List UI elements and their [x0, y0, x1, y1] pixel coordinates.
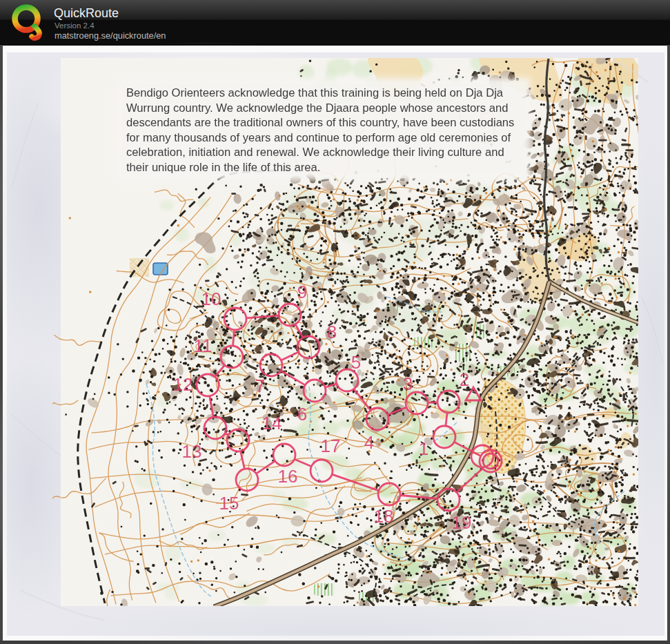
svg-text:15: 15 [219, 493, 239, 514]
svg-text:celebration, initiation and re: celebration, initiation and renewal. We … [126, 146, 504, 159]
svg-text:13: 13 [182, 441, 202, 462]
svg-text:11: 11 [194, 335, 213, 356]
svg-text:10: 10 [201, 289, 221, 309]
svg-text:9: 9 [297, 282, 307, 302]
svg-text:5: 5 [351, 352, 361, 373]
svg-text:Bendigo Orienteers acknowledge: Bendigo Orienteers acknowledge that this… [126, 86, 504, 99]
svg-text:6: 6 [297, 404, 307, 425]
svg-text:QuickRoute: QuickRoute [54, 6, 119, 20]
svg-text:4: 4 [364, 432, 374, 453]
svg-text:18: 18 [374, 506, 394, 527]
svg-text:3: 3 [403, 373, 413, 394]
svg-text:their unique role in the life: their unique role in the life of this ar… [126, 161, 320, 174]
svg-text:17: 17 [321, 436, 341, 456]
svg-text:descendants are the traditiona: descendants are the traditional owners o… [126, 116, 514, 129]
svg-text:matstroeng.se/quickroute/en: matstroeng.se/quickroute/en [55, 30, 166, 41]
svg-text:7: 7 [255, 375, 265, 396]
svg-text:12: 12 [173, 374, 193, 395]
svg-text:for many thousands of years an: for many thousands of years and continue… [126, 131, 511, 144]
svg-text:Wurrung country. We acknowledg: Wurrung country. We acknowledge the Djaa… [126, 101, 508, 115]
svg-text:14: 14 [262, 413, 282, 433]
svg-text:16: 16 [278, 466, 298, 487]
svg-text:Version 2.4: Version 2.4 [55, 21, 95, 30]
svg-text:8: 8 [327, 322, 337, 342]
svg-text:2: 2 [460, 369, 469, 390]
svg-text:1: 1 [419, 438, 428, 459]
svg-text:19: 19 [452, 512, 472, 533]
